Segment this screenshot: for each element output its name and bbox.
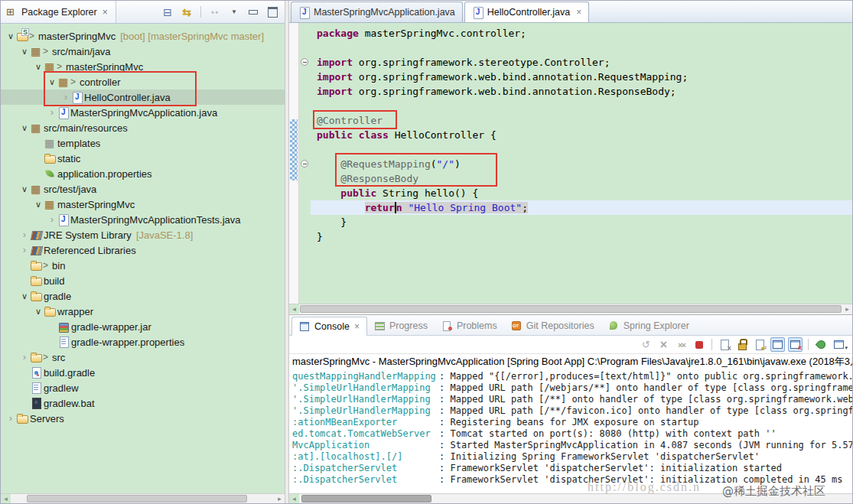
- console-tab-progress[interactable]: Progress: [367, 316, 435, 335]
- remove-launch-icon[interactable]: [656, 337, 671, 352]
- scrollbar-thumb[interactable]: [300, 305, 842, 313]
- tree-item-masterspringmvcapplication-java[interactable]: ›MasterSpringMvcApplication.java: [1, 105, 285, 120]
- scroll-right-icon[interactable]: ▸: [842, 304, 852, 314]
- code-line[interactable]: @Controller: [317, 113, 852, 128]
- code-line[interactable]: return "Hello Spring Boot";: [311, 200, 852, 215]
- tree-item-bin[interactable]: >bin: [1, 258, 285, 273]
- relaunch-icon[interactable]: [639, 337, 653, 352]
- close-icon[interactable]: ×: [103, 7, 108, 18]
- scroll-lock-icon[interactable]: [735, 337, 750, 352]
- tree-item-build-gradle[interactable]: build.gradle: [1, 365, 285, 380]
- chevron-down-icon[interactable]: ∨: [33, 62, 44, 72]
- code-line[interactable]: import org.springframework.stereotype.Co…: [317, 55, 852, 70]
- tree-item-src-test-java[interactable]: ∨src/test/java: [1, 181, 285, 197]
- code-line[interactable]: import org.springframework.web.bind.anno…: [317, 84, 852, 99]
- tree-item-masterspringmvc[interactable]: ∨masterSpringMvc: [1, 197, 285, 212]
- tree-item-gradlew-bat[interactable]: gradlew.bat: [1, 395, 285, 411]
- tree-item-gradle[interactable]: ∨gradle: [1, 288, 285, 304]
- chevron-down-icon[interactable]: ∨: [47, 77, 57, 87]
- editor-tab-masterspringmvcapplication-java[interactable]: MasterSpringMvcApplication.java: [291, 2, 463, 22]
- package-explorer-tab[interactable]: Package Explorer ×: [1, 1, 116, 23]
- tree-item-gradle-wrapper-properties[interactable]: gradle-wrapper.properties: [1, 334, 285, 350]
- scroll-right-icon[interactable]: ▸: [275, 494, 285, 503]
- chevron-right-icon[interactable]: ›: [60, 93, 71, 101]
- chevron-right-icon[interactable]: ›: [47, 109, 57, 116]
- code-line[interactable]: }: [317, 215, 852, 229]
- collapse-toggle-icon[interactable]: [301, 160, 308, 167]
- tree-item-templates[interactable]: templates: [1, 135, 285, 151]
- tree-item-application-properties[interactable]: application.properties: [1, 166, 285, 181]
- close-icon[interactable]: ×: [354, 321, 360, 332]
- tree-item-masterspringmvc[interactable]: ∨>masterSpringMvc[boot] [masterSpringMvc…: [1, 28, 285, 44]
- remove-all-terminated-icon[interactable]: [674, 337, 689, 352]
- chevron-down-icon[interactable]: ∨: [33, 307, 44, 317]
- code-line[interactable]: }: [317, 229, 852, 244]
- chevron-right-icon[interactable]: ›: [5, 415, 16, 422]
- show-stderr-icon[interactable]: [788, 337, 803, 352]
- maximize-icon[interactable]: [265, 5, 280, 19]
- chevron-right-icon[interactable]: ›: [19, 353, 30, 361]
- tree-item-controller[interactable]: ∨>controller: [1, 74, 285, 89]
- view-menu-icon[interactable]: [226, 5, 242, 19]
- scrollbar-thumb[interactable]: [301, 495, 431, 502]
- editor-tab-hellocontroller-java[interactable]: HelloController.java×: [464, 2, 589, 22]
- clear-console-icon[interactable]: [718, 337, 732, 352]
- code-line[interactable]: import org.springframework.web.bind.anno…: [317, 70, 852, 84]
- code-line[interactable]: package masterSpringMvc.controller;: [317, 26, 852, 41]
- code-line[interactable]: [317, 99, 852, 113]
- show-stdout-icon[interactable]: [770, 337, 785, 352]
- editor-hscrollbar[interactable]: ◂ ▸: [289, 304, 852, 314]
- tree-item-static[interactable]: static: [1, 151, 285, 166]
- code-line[interactable]: public class HelloController {: [317, 128, 852, 142]
- terminate-icon[interactable]: [692, 337, 706, 352]
- chevron-down-icon[interactable]: ∨: [5, 31, 16, 41]
- scroll-left-icon[interactable]: ◂: [289, 304, 299, 314]
- code-line[interactable]: [317, 41, 852, 55]
- tree-item-gradlew[interactable]: gradlew: [1, 380, 285, 395]
- minimize-icon[interactable]: [246, 5, 261, 19]
- console-tab-git-repositories[interactable]: Git Repositories: [504, 316, 601, 335]
- code-line[interactable]: @RequestMapping("/"): [317, 157, 852, 171]
- console-tab-console[interactable]: Console×: [291, 317, 367, 336]
- tree-item-gradle-wrapper-jar[interactable]: gradle-wrapper.jar: [1, 319, 285, 334]
- tree-item-build[interactable]: build: [1, 273, 285, 288]
- tree-item-src-main-java[interactable]: ∨>src/main/java: [1, 44, 285, 59]
- tree-item-hellocontroller-java[interactable]: ›HelloController.java: [1, 89, 285, 105]
- scroll-left-icon[interactable]: ◂: [289, 494, 299, 503]
- open-console-icon[interactable]: [832, 337, 846, 352]
- scroll-left-icon[interactable]: ◂: [1, 494, 11, 503]
- chevron-right-icon[interactable]: ›: [19, 231, 30, 239]
- code-line[interactable]: public String hello() {: [317, 186, 852, 200]
- chevron-right-icon[interactable]: ›: [47, 216, 57, 223]
- close-icon[interactable]: ×: [576, 7, 581, 18]
- tree-item-src[interactable]: ›>src: [1, 350, 285, 365]
- code-editor[interactable]: package masterSpringMvc.controller;impor…: [289, 23, 852, 304]
- focus-on-active-task-icon[interactable]: [207, 5, 223, 19]
- code-line[interactable]: @ResponseBody: [317, 171, 852, 186]
- pin-console-icon[interactable]: [814, 337, 829, 352]
- tree-item-masterspringmvcapplicationtests-java[interactable]: ›MasterSpringMvcApplicationTests.java: [1, 212, 285, 227]
- chevron-down-icon[interactable]: ∨: [19, 291, 30, 301]
- collapse-all-icon[interactable]: [160, 5, 175, 19]
- collapse-toggle-icon[interactable]: [301, 58, 308, 66]
- chevron-down-icon[interactable]: ∨: [19, 123, 30, 133]
- tree-item-masterspringmvc[interactable]: ∨>masterSpringMvc: [1, 59, 285, 74]
- chevron-down-icon[interactable]: ∨: [33, 200, 44, 210]
- console-tab-spring-explorer[interactable]: Spring Explorer: [601, 316, 696, 335]
- code-line[interactable]: [317, 142, 852, 157]
- link-with-editor-icon[interactable]: [179, 5, 194, 19]
- tree-item-jre-system-library[interactable]: ›JRE System Library[JavaSE-1.8]: [1, 227, 285, 242]
- code-area[interactable]: package masterSpringMvc.controller;impor…: [311, 23, 852, 304]
- chevron-down-icon[interactable]: ∨: [19, 184, 30, 194]
- word-wrap-icon[interactable]: [753, 337, 767, 352]
- tree-item-servers[interactable]: ›Servers: [1, 411, 285, 426]
- tree-item-referenced-libraries[interactable]: ›Referenced Libraries: [1, 242, 285, 258]
- package-explorer-hscrollbar[interactable]: ◂ ▸: [1, 493, 285, 503]
- chevron-right-icon[interactable]: ›: [19, 246, 30, 254]
- chevron-down-icon[interactable]: ∨: [19, 47, 30, 57]
- tree-item-src-main-resources[interactable]: ∨src/main/resources: [1, 120, 285, 135]
- tree-item-wrapper[interactable]: ∨wrapper: [1, 304, 285, 319]
- scrollbar-thumb[interactable]: [27, 495, 247, 502]
- console-log[interactable]: questMappingHandlerMapping: Mapped "{[/e…: [289, 369, 852, 493]
- console-tab-problems[interactable]: Problems: [435, 316, 504, 335]
